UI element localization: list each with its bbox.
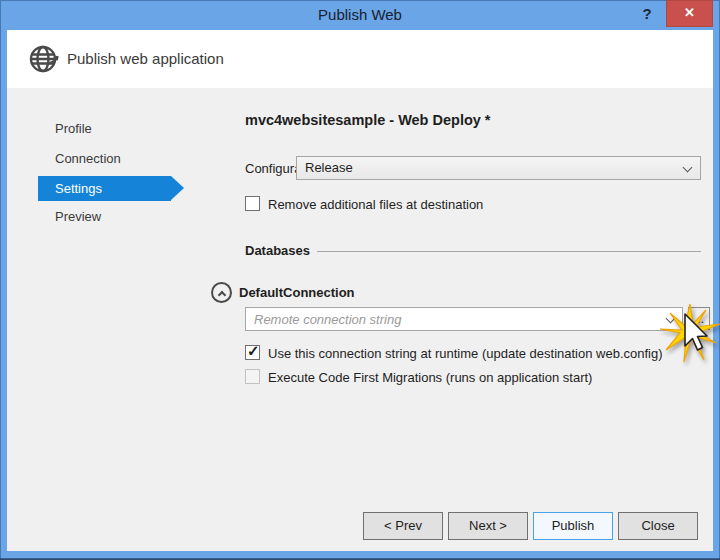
profile-title: mvc4websitesample - Web Deploy *: [245, 112, 491, 128]
remove-files-checkbox[interactable]: [245, 196, 260, 211]
check-icon: ✓: [247, 342, 260, 360]
sidebar-item-settings[interactable]: Settings: [38, 176, 171, 201]
globe-icon: [27, 41, 63, 77]
publish-button[interactable]: Publish: [533, 512, 613, 540]
chevron-up-icon: [217, 290, 225, 298]
sidebar-item-connection[interactable]: Connection: [55, 150, 121, 168]
sidebar-item-preview[interactable]: Preview: [55, 208, 101, 226]
prev-button[interactable]: < Prev: [363, 512, 443, 540]
code-first-migrations-checkbox: [245, 369, 260, 384]
dialog-header: Publish web application: [7, 30, 713, 88]
close-button[interactable]: ✕: [666, 0, 713, 27]
window-title: Publish Web: [0, 0, 720, 30]
connection-name: DefaultConnection: [239, 285, 355, 300]
publish-web-dialog: Publish Web ? ✕ Publish web application …: [0, 0, 720, 560]
section-divider: [317, 251, 701, 252]
dialog-header-title: Publish web application: [67, 30, 224, 88]
sidebar-item-profile[interactable]: Profile: [55, 120, 92, 138]
configuration-value: Release: [305, 160, 353, 175]
help-button[interactable]: ?: [634, 0, 660, 28]
connection-string-combobox: [245, 307, 683, 331]
runtime-connection-label: Use this connection string at runtime (u…: [268, 346, 663, 361]
titlebar: Publish Web ? ✕: [0, 0, 720, 30]
databases-section-title: Databases: [245, 243, 310, 258]
code-first-migrations-label: Execute Code First Migrations (runs on a…: [268, 370, 592, 385]
browse-connection-button[interactable]: ...: [688, 307, 710, 330]
remove-files-label: Remove additional files at destination: [268, 197, 483, 212]
chevron-down-icon: [683, 163, 693, 173]
close-dialog-button[interactable]: Close: [618, 512, 698, 540]
next-button[interactable]: Next >: [448, 512, 528, 540]
configuration-dropdown[interactable]: Release: [296, 156, 701, 180]
dialog-content: Profile Connection Settings Preview mvc4…: [7, 88, 713, 551]
collapse-connection-button[interactable]: [211, 282, 232, 303]
runtime-connection-checkbox[interactable]: ✓: [245, 345, 260, 360]
connection-string-input[interactable]: [245, 307, 683, 331]
